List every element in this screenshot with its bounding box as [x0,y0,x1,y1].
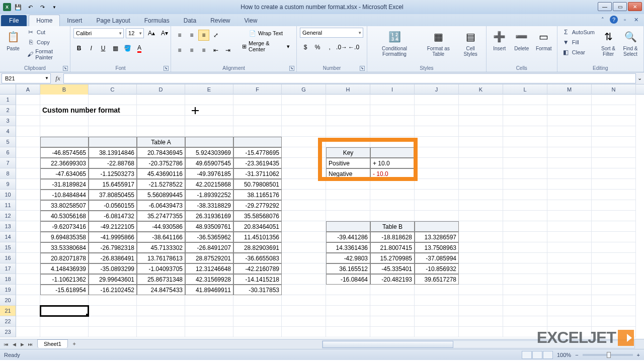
fill-color-button[interactable]: 🪣 [122,43,133,54]
cell[interactable] [16,126,40,137]
cell[interactable]: -9.62073416 [40,221,89,232]
cell[interactable] [326,295,370,306]
row-header-22[interactable]: 22 [0,316,16,327]
align-bottom-icon[interactable]: ≡ [198,30,209,41]
cell[interactable] [459,242,503,253]
cell[interactable] [370,211,415,221]
worksheet-grid[interactable]: ABCDEFGHIJKLMN 1234567891011121314151617… [0,84,644,339]
cell[interactable] [547,211,592,221]
cell[interactable]: 21.8007415 [370,242,415,253]
cell-styles-button[interactable]: ▤Cell Styles [458,28,482,58]
name-box[interactable]: B21▼ [2,73,51,83]
row-header-4[interactable]: 4 [0,126,16,137]
decrease-decimal-icon[interactable]: ←.0 [348,42,359,53]
cell[interactable] [547,168,592,179]
cell[interactable] [185,105,233,116]
cell[interactable]: -1.12503273 [89,168,137,179]
cell[interactable]: 4.148436939 [40,263,89,274]
cell[interactable] [459,126,503,137]
cell[interactable]: 13.76178613 [137,253,185,263]
cell[interactable] [459,263,503,274]
dialog-launcher-icon[interactable]: ⬊ [289,66,294,71]
fill-button[interactable]: ▼Fill [560,38,596,47]
cell[interactable] [16,190,40,200]
cell[interactable] [415,211,459,221]
cell[interactable]: 15.2709985 [370,253,415,263]
col-header-M[interactable]: M [547,84,592,95]
cell[interactable] [16,168,40,179]
merge-center-button[interactable]: ⊞Merge & Center▾ [238,41,293,52]
cell[interactable] [233,316,282,327]
cell[interactable] [547,316,592,327]
cell[interactable]: 33.53380684 [40,242,89,253]
cell[interactable] [40,295,89,306]
cell[interactable]: -14.1415218 [233,274,282,285]
cell[interactable] [282,306,326,316]
cell[interactable]: 42.20215868 [185,179,233,190]
cell[interactable] [415,306,459,316]
cell[interactable] [547,232,592,242]
cell[interactable]: -0.0560155 [89,200,137,211]
col-header-C[interactable]: C [89,84,137,95]
cell[interactable] [233,105,282,116]
cell[interactable]: 49.65907545 [185,158,233,168]
cell[interactable]: 45.7133302 [137,242,185,253]
normal-view-icon[interactable] [522,351,532,359]
zoom-out-icon[interactable]: − [575,352,578,358]
cell[interactable] [547,95,592,105]
row-header-13[interactable]: 13 [0,221,16,232]
increase-font-icon[interactable]: A▴ [146,28,157,39]
cell[interactable] [503,327,547,337]
align-left-icon[interactable]: ≡ [174,45,185,56]
cell[interactable]: -26.7982318 [89,242,137,253]
help-icon[interactable]: ? [610,16,618,24]
cell[interactable] [459,295,503,306]
cell[interactable] [547,327,592,337]
cell[interactable] [282,105,326,116]
cell[interactable] [16,306,40,316]
cell[interactable]: + 10.0 [370,158,415,168]
increase-indent-icon[interactable]: ⇥ [222,45,233,56]
cell[interactable]: -46.8574565 [40,147,89,158]
minimize-button[interactable]: — [598,2,612,11]
cell[interactable] [370,200,415,211]
cell[interactable] [137,306,185,316]
col-header-I[interactable]: I [370,84,415,95]
col-header-H[interactable]: H [326,84,370,95]
row-header-16[interactable]: 16 [0,253,16,263]
cell[interactable]: 33.80258507 [40,200,89,211]
cell[interactable] [503,190,547,200]
row-header-7[interactable]: 7 [0,158,16,168]
cell[interactable]: -16.2102452 [89,285,137,295]
cell[interactable]: -36.6655083 [233,253,282,263]
cell[interactable]: 25.86731348 [137,274,185,285]
currency-icon[interactable]: $ [300,42,311,53]
cell[interactable] [370,179,415,190]
italic-button[interactable]: I [86,43,97,54]
number-format-combo[interactable]: General▼ [300,28,363,38]
cell[interactable] [40,316,89,327]
cell[interactable]: 39.6517278 [415,274,459,285]
cell[interactable] [282,147,326,158]
decrease-indent-icon[interactable]: ⇤ [210,45,221,56]
cell[interactable] [16,327,40,337]
tab-page-layout[interactable]: Page Layout [89,15,137,26]
cell[interactable] [40,306,89,316]
col-header-N[interactable]: N [592,84,636,95]
cell[interactable] [89,137,137,147]
cell[interactable] [592,211,636,221]
bold-button[interactable]: B [73,43,85,54]
cell[interactable] [547,306,592,316]
cell[interactable] [40,327,89,337]
cell[interactable]: 45.43690116 [137,168,185,179]
cell[interactable] [137,316,185,327]
cell[interactable]: -22.88768 [89,158,137,168]
cell[interactable]: 35.27477355 [137,211,185,221]
cell[interactable] [137,105,185,116]
cell[interactable]: -6.06439473 [137,200,185,211]
row-header-14[interactable]: 14 [0,232,16,242]
cell[interactable] [282,285,326,295]
cell[interactable] [16,105,40,116]
row-header-21[interactable]: 21 [0,306,16,316]
cell[interactable] [415,179,459,190]
